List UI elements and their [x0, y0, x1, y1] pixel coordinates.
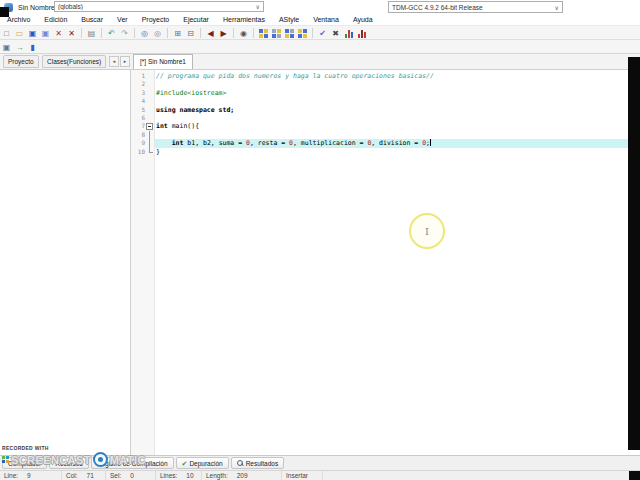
find-icon[interactable]: ◎	[138, 27, 151, 39]
menu-item-ayuda[interactable]: Ayuda	[346, 14, 380, 25]
code-segment: , resta =	[250, 139, 289, 147]
save-icon[interactable]: ▣	[26, 27, 39, 39]
toolbar-group: ▤	[85, 27, 98, 39]
forward-icon[interactable]: ▶	[217, 27, 230, 39]
scope-select[interactable]: (globals) ∨	[54, 1, 264, 12]
compile-icon-grid	[259, 29, 268, 38]
status-value: 209	[237, 472, 248, 479]
menu-bar: ArchivoEdiciónBuscarVerProyectoEjecutarH…	[0, 14, 640, 25]
line-number: 4	[131, 97, 145, 105]
tab-scroll-right-button[interactable]: ▸	[120, 56, 130, 67]
profile-icon[interactable]: ◉	[237, 27, 250, 39]
toolbar-separator	[233, 28, 234, 38]
code-editor[interactable]: 1// programa que pida dos numeros y haga…	[131, 69, 640, 455]
watermark-screencast: SCREENCAST	[11, 454, 91, 466]
rebuild-all-icon[interactable]	[296, 27, 309, 39]
delete-profiling-icon[interactable]	[355, 27, 368, 39]
status-segment: Sel:0	[106, 471, 156, 480]
grid-cell	[298, 29, 302, 33]
status-segment	[323, 471, 640, 480]
chevron-down-icon: ∨	[256, 3, 260, 10]
tab-proyecto[interactable]: Proyecto	[3, 55, 39, 68]
status-value: 10	[186, 472, 193, 479]
grid-cell	[277, 29, 281, 33]
status-label: Insertar	[286, 472, 308, 479]
code-segment: }	[156, 148, 160, 156]
syntax-check-icon[interactable]: ✔	[316, 27, 329, 39]
run-icon[interactable]	[270, 27, 283, 39]
check-icon: ✔	[182, 460, 188, 467]
bottom-tab-label: Depuración	[189, 460, 222, 467]
bar	[358, 34, 360, 38]
close-file-icon[interactable]: ✕	[52, 27, 65, 39]
code-segment: b1, b2, suma =	[183, 139, 246, 147]
editor-lines: 1// programa que pida dos numeros y haga…	[131, 72, 640, 156]
menu-item-proyecto[interactable]: Proyecto	[135, 14, 177, 25]
video-artifact-right-strip	[628, 57, 640, 450]
grid-cell	[285, 34, 289, 38]
open-file-icon[interactable]: ▭	[13, 27, 26, 39]
code-text: using namespace std;	[156, 106, 234, 114]
bottom-tab-depuraci-n[interactable]: ✔Depuración	[176, 457, 229, 469]
menu-item-ventana[interactable]: Ventana	[306, 14, 346, 25]
menu-item-herramientas[interactable]: Herramientas	[216, 14, 272, 25]
line-number: 2	[131, 80, 145, 88]
video-artifact-bottom-right	[629, 471, 640, 480]
menu-item-edición[interactable]: Edición	[37, 14, 74, 25]
tab-scroll-left-button[interactable]: ◂	[109, 56, 119, 67]
status-label: Sel:	[110, 472, 121, 479]
status-segment: Line:9	[0, 471, 62, 480]
screencast-watermark: RECORDED WITH SCREENCAST MATIC	[2, 445, 146, 467]
compiler-profile-select[interactable]: TDM-GCC 4.9.2 64-bit Release ∨	[388, 1, 563, 13]
menu-item-astyle[interactable]: AStyle	[272, 14, 306, 25]
code-text: // programa que pida dos numeros y haga …	[156, 72, 434, 80]
rebuild-all-icon-grid	[298, 29, 307, 38]
close-all-icon[interactable]: ✕	[65, 27, 78, 39]
fold-collapse-icon[interactable]	[146, 123, 153, 130]
editor-line-4: 4	[131, 97, 640, 105]
compile-run-icon[interactable]	[283, 27, 296, 39]
grid-cell	[285, 29, 289, 33]
click-highlight-ring: I	[409, 213, 445, 249]
save-all-icon[interactable]: ▣	[39, 27, 52, 39]
status-segment: Insertar	[282, 471, 323, 480]
bar	[364, 32, 366, 38]
editor-line-6: 6	[131, 114, 640, 122]
profile-analysis-icon[interactable]	[342, 27, 355, 39]
redo-icon[interactable]: ↷	[118, 27, 131, 39]
line-number: 7	[131, 122, 145, 130]
grid-cell	[272, 34, 276, 38]
replace-icon[interactable]: ◎	[151, 27, 164, 39]
bottom-tab-resultados[interactable]: Resultados	[231, 457, 285, 469]
toolbar-separator	[134, 28, 135, 38]
insert-icon[interactable]: →	[13, 41, 26, 53]
menu-item-ejecutar[interactable]: Ejecutar	[176, 14, 216, 25]
new-file-icon[interactable]: □	[0, 27, 13, 39]
bar	[351, 32, 353, 38]
watermark-brand: SCREENCAST MATIC	[2, 452, 146, 467]
tab-clases-funciones[interactable]: Clases(Funciones)	[42, 55, 106, 68]
delete-profiling-icon-bars	[358, 29, 366, 38]
grid-cell	[290, 29, 294, 33]
editor-tab-sin-nombre1[interactable]: [*] Sin Nombre1	[133, 54, 193, 69]
screencast-o-matic-logo-icon	[93, 452, 108, 467]
status-label: Lines:	[160, 472, 177, 479]
abort-icon[interactable]: ✖	[329, 27, 342, 39]
print-icon[interactable]: ▤	[85, 27, 98, 39]
code-text: }	[156, 148, 160, 156]
grid-cell	[264, 29, 268, 33]
menu-item-buscar[interactable]: Buscar	[74, 14, 110, 25]
find-in-files-icon[interactable]: ⊞	[171, 27, 184, 39]
back-icon[interactable]: ◀	[204, 27, 217, 39]
new-unit-icon[interactable]: ▣	[0, 41, 13, 53]
code-text: #include<iostream>	[156, 89, 226, 97]
editor-line-3: 3#include<iostream>	[131, 89, 640, 97]
toolbar-separator	[101, 28, 102, 38]
compile-icon[interactable]	[257, 27, 270, 39]
status-segment: Col:71	[62, 471, 106, 480]
class-browser-icon[interactable]: ▮	[26, 41, 39, 53]
menu-item-ver[interactable]: Ver	[110, 14, 135, 25]
undo-icon[interactable]: ↶	[105, 27, 118, 39]
code-segment: // programa que pida dos numeros y haga …	[156, 72, 434, 80]
goto-line-icon[interactable]: ⊟	[184, 27, 197, 39]
